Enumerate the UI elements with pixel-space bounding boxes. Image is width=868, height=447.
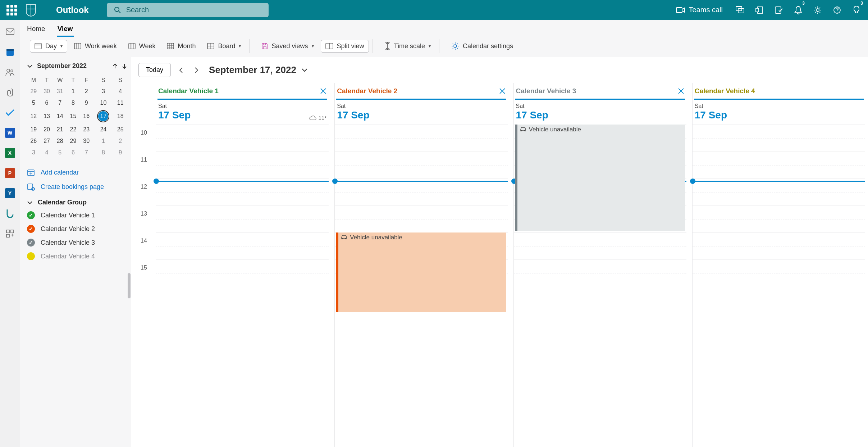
mini-day[interactable]: 8 [93,147,114,158]
mini-day[interactable]: 23 [80,124,93,135]
mini-day[interactable]: 16 [80,109,93,124]
calendar-list-item[interactable]: ✓Calendar Vehicle 1 [27,211,127,219]
mini-day[interactable]: 5 [27,97,40,109]
date-range-picker[interactable]: September 17, 2022 [209,64,308,76]
mini-day[interactable]: 21 [53,124,67,135]
board-button[interactable]: Board ▾ [202,40,246,53]
mini-day[interactable]: 3 [93,86,114,97]
time-grid[interactable]: Vehicle unavailable [335,125,507,340]
chevron-down-icon[interactable] [27,64,33,68]
yammer-icon[interactable]: Y [5,188,15,198]
mini-day[interactable]: 4 [114,86,127,97]
mini-day[interactable]: 9 [114,147,127,158]
mini-day[interactable]: 12 [27,109,40,124]
add-calendar-link[interactable]: Add calendar [27,168,127,176]
time-grid[interactable] [156,125,329,340]
mini-day[interactable]: 1 [67,86,80,97]
calendar-event[interactable]: Vehicle unavailable [336,232,506,312]
mini-day[interactable]: 4 [40,147,54,158]
mini-day[interactable]: 18 [114,109,127,124]
create-bookings-link[interactable]: Create bookings page [27,183,127,191]
mini-day[interactable]: 8 [67,97,80,109]
bookings-icon[interactable] [5,208,15,218]
mini-day[interactable]: 22 [67,124,80,135]
search-box[interactable] [107,3,269,17]
saved-views-button[interactable]: Saved views ▾ [257,40,318,53]
mini-day[interactable]: 2 [114,135,127,147]
next-month-icon[interactable] [122,63,127,69]
mini-day[interactable]: 6 [67,147,80,158]
mini-day[interactable]: 27 [40,135,54,147]
mini-day[interactable]: 13 [40,109,54,124]
mini-day[interactable]: 2 [80,86,93,97]
todo-icon[interactable] [5,108,15,118]
today-button[interactable]: Today [138,63,171,77]
search-input[interactable] [126,6,261,14]
files-icon[interactable] [5,87,15,98]
help-icon[interactable] [829,0,845,20]
notifications-icon[interactable]: 3 [790,0,806,20]
tab-home[interactable]: Home [26,23,46,37]
mini-day[interactable]: 14 [53,109,67,124]
mini-day[interactable]: 25 [114,124,127,135]
calendar-settings-button[interactable]: Calendar settings [447,40,518,53]
apps-icon[interactable] [5,229,15,239]
mini-day[interactable]: 29 [67,135,80,147]
mini-day[interactable]: 19 [27,124,40,135]
mini-day[interactable]: 7 [80,147,93,158]
word-icon[interactable]: W [5,128,15,138]
mini-day[interactable]: 31 [53,86,67,97]
mini-day[interactable]: 24 [93,124,114,135]
prev-month-icon[interactable] [113,63,118,69]
app-launcher-icon[interactable] [6,5,17,15]
mini-day[interactable]: 6 [40,97,54,109]
weather[interactable]: 11° [309,115,327,121]
split-view-button[interactable]: Split view [321,40,369,53]
mini-day[interactable]: 3 [27,147,40,158]
mini-day[interactable]: 26 [27,135,40,147]
powerpoint-icon[interactable]: P [5,168,15,178]
people-icon[interactable] [5,67,15,77]
mini-day[interactable]: 30 [80,135,93,147]
day-view-button[interactable]: Day ▾ [30,40,67,53]
calendar-group-toggle[interactable]: Calendar Group [27,199,127,206]
mini-day[interactable]: 20 [40,124,54,135]
mini-day[interactable]: 5 [53,147,67,158]
calendar-event[interactable]: Vehicle unavailable [515,125,685,231]
tasks-icon[interactable] [771,0,787,20]
tab-view[interactable]: View [57,23,74,37]
mini-day[interactable]: 17 [93,109,114,124]
close-column-icon[interactable] [320,88,326,94]
teams-call-button[interactable]: Teams call [670,0,728,20]
mini-day[interactable]: 11 [114,97,127,109]
work-week-button[interactable]: Work week [69,40,122,53]
close-column-icon[interactable] [678,88,684,94]
day-icon[interactable] [751,0,767,20]
week-button[interactable]: Week [124,40,160,53]
time-scale-button[interactable]: Time scale ▾ [380,40,435,53]
mini-day[interactable]: 1 [93,135,114,147]
mini-day[interactable]: 7 [53,97,67,109]
time-grid[interactable]: Vehicle unavailable [514,125,686,340]
prev-day-icon[interactable] [179,67,186,73]
calendar-list-item[interactable]: ✓Calendar Vehicle 2 [27,225,127,233]
mini-day[interactable]: 15 [67,109,80,124]
next-day-icon[interactable] [194,67,201,73]
settings-icon[interactable] [810,0,826,20]
mini-day[interactable]: 29 [27,86,40,97]
mini-day[interactable]: 30 [40,86,54,97]
month-button[interactable]: Month [162,40,200,53]
mini-day[interactable]: 28 [53,135,67,147]
calendar-list-item[interactable]: Calendar Vehicle 4 [27,252,127,260]
calendar-list-item[interactable]: ✓Calendar Vehicle 3 [27,239,127,247]
insights-icon[interactable]: 3 [849,0,864,20]
excel-icon[interactable]: X [5,148,15,158]
mail-icon[interactable] [5,27,15,37]
time-grid[interactable] [693,125,865,340]
mini-day[interactable]: 9 [80,97,93,109]
mini-day[interactable]: 10 [93,97,114,109]
chat-icon[interactable] [732,0,748,20]
calendar-icon[interactable] [5,47,15,57]
close-column-icon[interactable] [499,88,506,94]
scrollbar-thumb[interactable] [128,273,131,298]
